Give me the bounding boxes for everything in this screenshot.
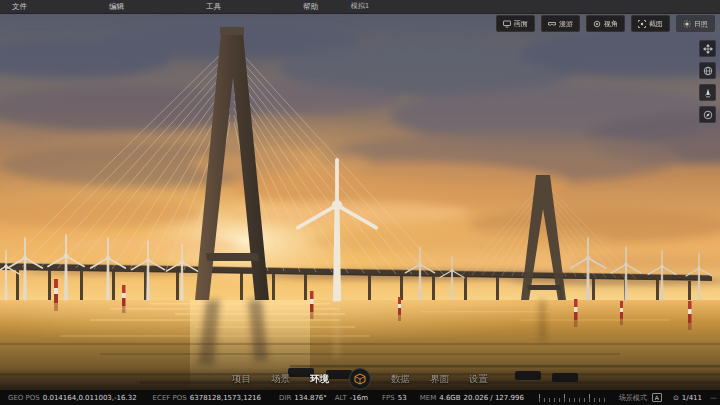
version-separator: — [710,394,717,402]
roam-button-label: 漫游 [559,19,573,29]
tab-interface[interactable]: 界面 [430,373,449,386]
scene-render [0,13,720,390]
pan-icon [703,44,713,54]
frame-ratio-value: 1/411 [682,394,702,402]
menu-item-help[interactable]: 帮助 [293,0,328,13]
fly-tool-button[interactable] [699,84,716,101]
screenshot-button-label: 截图 [649,19,663,29]
cube-logo-icon [354,370,366,389]
application-window: 文件 编辑 工具 帮助 模拟1 [0,0,720,405]
window-title: 模拟1 [351,0,369,13]
alt-label: ALT [335,394,347,402]
compass-tool-button[interactable] [699,106,716,123]
ecef-pos-label: ECEF POS [153,394,187,402]
sunlight-button-label: 日照 [694,19,708,29]
app-logo-button[interactable] [349,368,371,390]
geo-pos-label: GEO POS [8,394,40,402]
tab-settings[interactable]: 设置 [469,373,488,386]
display-button-label: 画面 [514,19,528,29]
menu-item-edit[interactable]: 编辑 [99,0,134,13]
tab-data[interactable]: 数据 [391,373,410,386]
screenshot-button[interactable]: 截图 [631,15,670,32]
menu-item-file[interactable]: 文件 [2,0,37,13]
tab-environment[interactable]: 环境 [310,373,329,386]
mem-label: MEM [420,394,437,402]
camera-icon [593,20,601,28]
dir-value: 134.876° [294,394,326,402]
alt-value: -16m [350,394,368,402]
bottom-tab-bar: 项目 场景 环境 数据 界面 设置 [0,368,720,390]
dir-label: DIR [279,394,291,402]
fps-label: FPS [382,394,395,402]
display-button[interactable]: 画面 [496,15,535,32]
mem-value: 4.6GB [439,394,460,402]
monitor-icon [503,20,511,28]
screenshot-icon [638,20,646,28]
vr-goggles-icon [548,20,556,28]
tab-project[interactable]: 项目 [232,373,251,386]
mode-badge: A [652,393,662,402]
orbit-tool-button[interactable] [699,62,716,79]
mode-label: 场景模式 [619,393,647,403]
timeline-ruler[interactable] [539,394,609,402]
ecef-pos-value: 6378128,1573,1216 [190,394,261,402]
mem-detail-value: 20.026 / 127.996 [464,394,524,402]
menu-item-tools[interactable]: 工具 [196,0,231,13]
geo-pos-value: 0.014164,0.011003,-16.32 [43,394,137,402]
viewpoint-button-label: 视角 [604,19,618,29]
rocket-icon [703,88,713,98]
clock-icon: ⊙ [673,394,679,402]
view-tools [699,40,716,123]
sun-icon [683,20,691,28]
sunlight-button[interactable]: 日照 [676,15,715,32]
status-bar: GEO POS 0.014164,0.011003,-16.32 ECEF PO… [0,390,720,405]
tab-scene[interactable]: 场景 [271,373,290,386]
pan-tool-button[interactable] [699,40,716,57]
roam-button[interactable]: 漫游 [541,15,580,32]
viewpoint-button[interactable]: 视角 [586,15,625,32]
compass-icon [703,110,713,120]
globe-icon [703,66,713,76]
fps-value: 53 [398,394,407,402]
scene-toolbar: 画面 漫游 视角 截图 日照 [496,15,715,32]
menu-bar: 文件 编辑 工具 帮助 模拟1 [0,0,720,14]
viewport-3d-scene[interactable] [0,13,720,390]
